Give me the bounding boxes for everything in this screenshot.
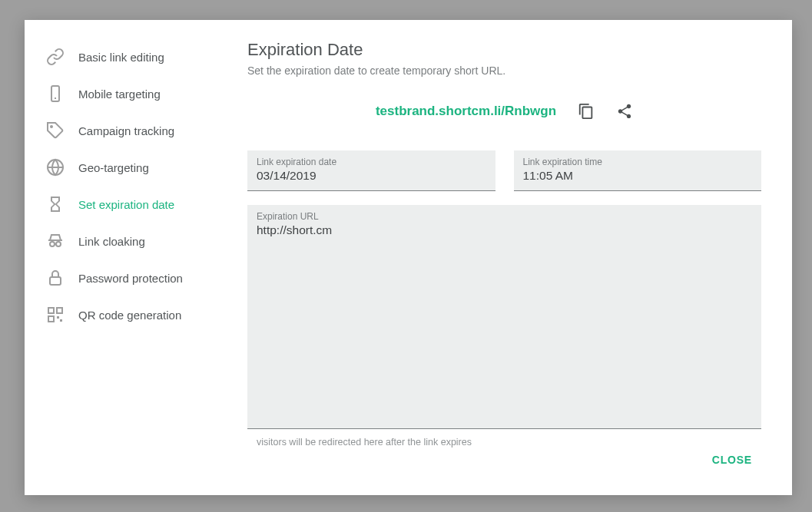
sidebar-item-label: Mobile targeting	[78, 88, 161, 101]
sidebar-item-label: Geo-targeting	[78, 161, 149, 174]
svg-rect-11	[60, 319, 62, 322]
incognito-icon	[46, 232, 65, 250]
sidebar-item-qr-code-generation[interactable]: QR code generation	[25, 296, 247, 333]
svg-rect-6	[50, 277, 61, 285]
svg-rect-10	[57, 316, 59, 319]
share-icon[interactable]	[616, 103, 633, 120]
lock-icon	[46, 269, 65, 287]
sidebar-item-label: Password protection	[78, 272, 183, 285]
sidebar-item-label: Campaign tracking	[78, 124, 174, 137]
svg-point-5	[56, 242, 61, 246]
sidebar-item-geo-targeting[interactable]: Geo-targeting	[25, 149, 247, 186]
sidebar-nav: Basic link editing Mobile targeting Camp…	[25, 20, 247, 495]
sidebar-item-label: QR code generation	[78, 309, 181, 322]
field-label: Link expiration time	[523, 157, 753, 167]
sidebar-item-password-protection[interactable]: Password protection	[25, 259, 247, 296]
page-subtitle: Set the expiration date to create tempor…	[247, 64, 761, 77]
fields-row: Link expiration date Link expiration tim…	[247, 150, 761, 191]
short-url-row: testbrand.shortcm.li/Rnbwgn	[247, 103, 761, 120]
svg-point-4	[50, 242, 55, 246]
mobile-icon	[46, 84, 65, 103]
qr-icon	[46, 306, 65, 324]
sidebar-item-label: Set expiration date	[78, 198, 174, 211]
content-panel: Expiration Date Set the expiration date …	[247, 20, 792, 495]
field-label: Expiration URL	[257, 211, 752, 222]
sidebar-item-mobile-targeting[interactable]: Mobile targeting	[25, 75, 247, 112]
sidebar-item-set-expiration-date[interactable]: Set expiration date	[25, 186, 247, 223]
svg-rect-8	[57, 308, 62, 313]
tag-icon	[46, 121, 65, 140]
svg-point-2	[51, 126, 52, 127]
sidebar-item-campaign-tracking[interactable]: Campaign tracking	[25, 112, 247, 149]
svg-rect-7	[48, 308, 54, 313]
sidebar-item-basic-link-editing[interactable]: Basic link editing	[25, 38, 247, 75]
page-title: Expiration Date	[247, 40, 761, 60]
sidebar-item-label: Link cloaking	[78, 235, 145, 248]
short-url-text: testbrand.shortcm.li/Rnbwgn	[376, 104, 556, 119]
modal-dialog: Basic link editing Mobile targeting Camp…	[25, 20, 792, 495]
copy-icon[interactable]	[578, 103, 595, 120]
expiration-url-helper: visitors will be redirected here after t…	[247, 437, 761, 448]
hourglass-icon	[46, 195, 65, 213]
modal-footer: CLOSE	[247, 448, 761, 480]
close-button[interactable]: CLOSE	[703, 448, 761, 472]
field-label: Link expiration date	[257, 157, 486, 167]
expiration-url-input[interactable]	[257, 223, 752, 237]
svg-rect-9	[48, 316, 54, 322]
globe-icon	[46, 158, 65, 177]
expiration-time-input[interactable]	[523, 169, 753, 183]
sidebar-item-label: Basic link editing	[78, 51, 164, 64]
expiration-date-input[interactable]	[257, 169, 486, 183]
expiration-time-field[interactable]: Link expiration time	[514, 150, 762, 191]
expiration-url-field[interactable]: Expiration URL	[247, 205, 761, 429]
link-icon	[46, 48, 65, 66]
expiration-date-field[interactable]: Link expiration date	[247, 150, 495, 191]
sidebar-item-link-cloaking[interactable]: Link cloaking	[25, 223, 247, 259]
